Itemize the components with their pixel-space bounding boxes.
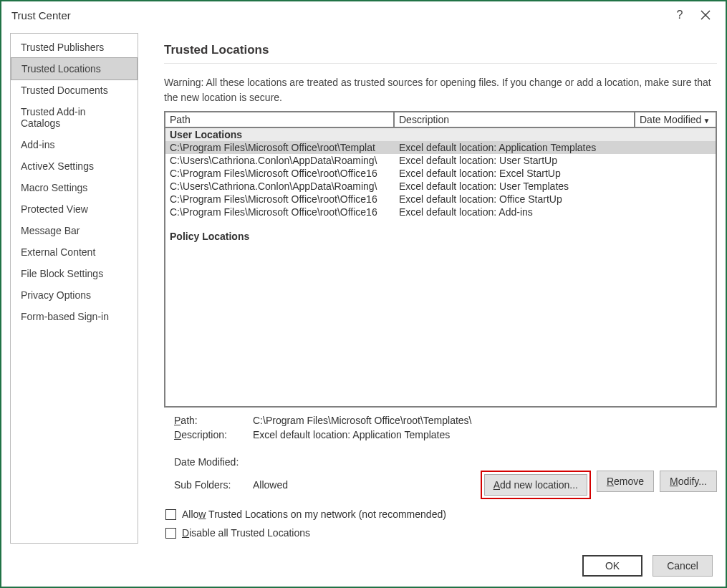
cell-path: C:\Program Files\Microsoft Office\root\O… — [165, 168, 395, 179]
table-row[interactable]: C:\Program Files\Microsoft Office\root\O… — [165, 167, 716, 180]
cell-desc: Excel default location: User StartUp — [395, 155, 635, 166]
sidebar-item-trusted-addin-catalogs[interactable]: Trusted Add-in Catalogs — [11, 101, 138, 134]
warning-text: Warning: All these locations are treated… — [164, 75, 717, 105]
sidebar-item-add-ins[interactable]: Add-ins — [11, 134, 138, 155]
add-new-location-button[interactable]: Add new location... — [484, 474, 587, 496]
sidebar-item-protected-view[interactable]: Protected View — [11, 198, 138, 220]
close-icon — [700, 10, 711, 20]
sidebar-item-activex-settings[interactable]: ActiveX Settings — [11, 155, 138, 177]
details-date-label: Date Modified: — [174, 456, 253, 468]
column-description[interactable]: Description — [395, 112, 635, 127]
dialog-body: Trusted Publishers Trusted Locations Tru… — [1, 29, 726, 551]
checkbox-icon[interactable] — [165, 528, 176, 539]
cell-date — [635, 206, 716, 218]
column-date-modified[interactable]: Date Modified▼ — [635, 112, 716, 127]
locations-grid: Path Description Date Modified▼ User Loc… — [164, 111, 717, 408]
dialog-footer: OK Cancel — [1, 551, 726, 587]
cell-path: C:\Program Files\Microsoft Office\root\O… — [165, 193, 395, 205]
disable-all-option[interactable]: Disable all Trusted Locations — [164, 524, 717, 542]
cell-date — [635, 155, 716, 166]
table-row[interactable]: C:\Program Files\Microsoft Office\root\O… — [165, 206, 716, 218]
sidebar: Trusted Publishers Trusted Locations Tru… — [10, 33, 138, 544]
options-checkboxes: Allow Trusted Locations on my network (n… — [164, 505, 717, 542]
cell-path: C:\Users\Cathriona.Conlon\AppData\Roamin… — [165, 155, 395, 166]
cell-desc: Excel default location: Excel StartUp — [395, 168, 635, 179]
cancel-button[interactable]: Cancel — [653, 555, 713, 577]
cell-desc: Excel default location: Add-ins — [395, 206, 635, 218]
table-row[interactable]: C:\Program Files\Microsoft Office\root\T… — [165, 141, 716, 154]
cell-desc: Excel default location: Office StartUp — [395, 193, 635, 205]
cell-date — [635, 168, 716, 179]
checkbox-icon[interactable] — [165, 509, 176, 520]
details-pane: Path: C:\Program Files\Microsoft Office\… — [164, 413, 717, 501]
table-row[interactable]: C:\Users\Cathriona.Conlon\AppData\Roamin… — [165, 154, 716, 167]
allow-network-option[interactable]: Allow Trusted Locations on my network (n… — [164, 505, 717, 524]
remove-button[interactable]: Remove — [597, 471, 654, 492]
section-policy-locations: Policy Locations — [165, 230, 716, 243]
trust-center-window: Trust Center ? Trusted Publishers Truste… — [0, 0, 727, 588]
help-button[interactable]: ? — [667, 9, 693, 21]
sidebar-item-privacy-options[interactable]: Privacy Options — [11, 284, 138, 306]
cell-path: C:\Program Files\Microsoft Office\root\O… — [165, 206, 395, 218]
action-buttons: Add new location... Remove Modify... — [481, 471, 717, 499]
details-path-label: Path: — [174, 415, 253, 426]
window-title: Trust Center — [9, 9, 667, 21]
allow-network-label: Allow Trusted Locations on my network (n… — [182, 509, 446, 520]
details-subfolders-value: Allowed — [253, 479, 288, 491]
grid-body[interactable]: User Locations C:\Program Files\Microsof… — [165, 127, 716, 406]
table-row[interactable]: C:\Users\Cathriona.Conlon\AppData\Roamin… — [165, 180, 716, 193]
sidebar-item-trusted-locations[interactable]: Trusted Locations — [11, 57, 138, 80]
main-panel: Trusted Locations Warning: All these loc… — [164, 33, 717, 544]
column-path[interactable]: Path — [165, 112, 395, 127]
modify-button[interactable]: Modify... — [660, 471, 717, 492]
details-subfolders-label: Sub Folders: — [174, 479, 253, 491]
grid-header: Path Description Date Modified▼ — [165, 112, 716, 127]
heading-divider — [164, 63, 717, 64]
sidebar-item-message-bar[interactable]: Message Bar — [11, 220, 138, 241]
sidebar-item-trusted-publishers[interactable]: Trusted Publishers — [11, 37, 138, 58]
disable-all-label: Disable all Trusted Locations — [182, 527, 310, 539]
cell-path: C:\Program Files\Microsoft Office\root\T… — [165, 142, 395, 153]
add-location-highlight: Add new location... — [481, 471, 591, 499]
panel-heading: Trusted Locations — [164, 43, 717, 57]
close-button[interactable] — [693, 10, 718, 20]
cell-path: C:\Users\Cathriona.Conlon\AppData\Roamin… — [165, 180, 395, 192]
table-row[interactable]: C:\Program Files\Microsoft Office\root\O… — [165, 193, 716, 206]
cell-date — [635, 142, 716, 153]
details-path-value: C:\Program Files\Microsoft Office\root\T… — [253, 415, 472, 426]
cell-desc: Excel default location: User Templates — [395, 180, 635, 192]
column-date-label: Date Modified — [640, 114, 701, 125]
section-user-locations: User Locations — [165, 128, 716, 141]
sidebar-item-trusted-documents[interactable]: Trusted Documents — [11, 79, 138, 101]
sidebar-item-macro-settings[interactable]: Macro Settings — [11, 177, 138, 198]
sidebar-item-file-block-settings[interactable]: File Block Settings — [11, 263, 138, 284]
details-description-label: Description: — [174, 429, 253, 440]
cell-date — [635, 180, 716, 192]
titlebar: Trust Center ? — [1, 1, 726, 29]
sidebar-item-external-content[interactable]: External Content — [11, 241, 138, 263]
ok-button[interactable]: OK — [582, 555, 642, 577]
cell-date — [635, 193, 716, 205]
cell-desc: Excel default location: Application Temp… — [395, 142, 635, 153]
sort-caret-icon: ▼ — [703, 117, 710, 125]
sidebar-item-form-based-signin[interactable]: Form-based Sign-in — [11, 306, 138, 327]
details-description-value: Excel default location: Application Temp… — [253, 429, 450, 440]
